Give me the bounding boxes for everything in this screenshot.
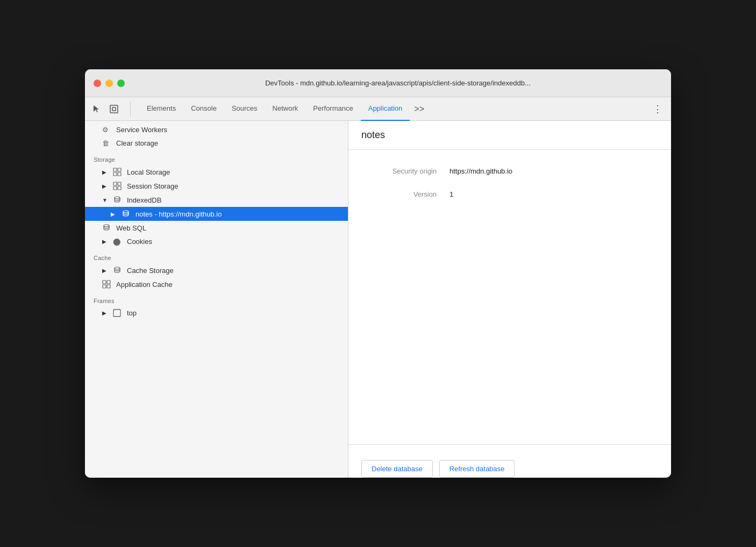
security-origin-row: Security origin https://mdn.github.io [361, 167, 658, 175]
sidebar-label-local-storage: Local Storage [127, 168, 170, 176]
frame-icon [113, 309, 123, 317]
trash-icon: 🗑 [102, 139, 112, 147]
db-icon-websql [102, 224, 112, 232]
chevron-right-icon: ▶ [102, 169, 109, 175]
svg-point-12 [104, 225, 109, 227]
cookie-icon: ⬤ [113, 237, 123, 246]
sidebar-label-top: top [127, 309, 137, 317]
grid-icon-appcache [102, 280, 112, 289]
tab-console[interactable]: Console [183, 97, 224, 121]
devtools-menu-button[interactable]: ⋮ [648, 101, 667, 117]
grid-icon-session [113, 182, 123, 190]
sidebar-label-service-workers: Service Workers [116, 126, 167, 134]
svg-rect-6 [113, 182, 117, 185]
sidebar-item-application-cache[interactable]: Application Cache [85, 277, 348, 291]
chevron-right-icon: ▶ [111, 211, 117, 217]
tab-elements[interactable]: Elements [139, 97, 183, 121]
security-origin-label: Security origin [361, 167, 437, 175]
sidebar-item-service-workers[interactable]: ⚙ Service Workers [85, 123, 348, 136]
svg-rect-5 [118, 172, 121, 176]
svg-rect-0 [110, 105, 118, 113]
db-icon-indexed [113, 196, 123, 204]
tabs: Elements Console Sources Network Perform… [139, 97, 646, 121]
svg-rect-14 [103, 280, 106, 284]
sidebar-item-session-storage[interactable]: ▶ Session Storage [85, 179, 348, 193]
svg-rect-2 [113, 168, 117, 171]
svg-rect-8 [113, 186, 117, 190]
close-button[interactable] [94, 80, 101, 87]
security-origin-value: https://mdn.github.io [450, 167, 512, 175]
svg-rect-16 [103, 285, 106, 288]
gear-icon: ⚙ [102, 126, 112, 134]
more-tabs-button[interactable]: >> [410, 102, 429, 116]
maximize-button[interactable] [117, 80, 125, 87]
sidebar-label-cookies: Cookies [127, 237, 152, 246]
window-title: DevTools - mdn.github.io/learning-area/j… [133, 79, 662, 87]
inspect-icon-button[interactable] [106, 102, 122, 117]
grid-icon-local [113, 168, 123, 176]
svg-rect-1 [112, 107, 116, 111]
chevron-right-icon: ▶ [102, 310, 109, 316]
db-icon-notes [122, 210, 131, 218]
main-content: ⚙ Service Workers 🗑 Clear storage Storag… [85, 121, 671, 478]
version-value: 1 [450, 190, 453, 198]
svg-rect-3 [118, 168, 121, 171]
sidebar-label-session-storage: Session Storage [127, 182, 178, 190]
sidebar-label-application-cache: Application Cache [116, 280, 173, 289]
svg-point-11 [123, 211, 129, 213]
svg-rect-4 [113, 172, 117, 176]
titlebar: DevTools - mdn.github.io/learning-area/j… [85, 69, 671, 97]
cache-section-header: Cache [85, 248, 348, 263]
toolbar: Elements Console Sources Network Perform… [85, 97, 671, 121]
sidebar-item-local-storage[interactable]: ▶ Local Storage [85, 165, 348, 179]
refresh-database-button[interactable]: Refresh database [439, 460, 515, 478]
version-row: Version 1 [361, 190, 658, 198]
svg-point-13 [115, 267, 120, 269]
sidebar-label-clear-storage: Clear storage [116, 139, 158, 147]
panel-title: notes [348, 121, 671, 150]
sidebar: ⚙ Service Workers 🗑 Clear storage Storag… [85, 121, 348, 478]
traffic-lights [94, 80, 125, 87]
panel-divider [348, 444, 671, 445]
sidebar-item-cache-storage[interactable]: ▶ Cache Storage [85, 263, 348, 277]
devtools-window: DevTools - mdn.github.io/learning-area/j… [85, 69, 671, 478]
tab-network[interactable]: Network [265, 97, 306, 121]
panel-actions: Delete database Refresh database [348, 460, 671, 478]
svg-rect-18 [113, 310, 120, 316]
version-label: Version [361, 190, 437, 198]
toolbar-icons [89, 102, 131, 117]
chevron-right-icon: ▶ [102, 183, 109, 189]
svg-rect-7 [118, 182, 121, 185]
frames-section-header: Frames [85, 291, 348, 306]
delete-database-button[interactable]: Delete database [361, 460, 433, 478]
chevron-right-icon: ▶ [102, 268, 109, 274]
db-icon-cache [113, 266, 123, 275]
storage-section-header: Storage [85, 150, 348, 165]
sidebar-label-websql: Web SQL [116, 224, 146, 232]
sidebar-item-indexeddb[interactable]: ▼ IndexedDB [85, 193, 348, 207]
panel-body: Security origin https://mdn.github.io Ve… [348, 150, 671, 440]
sidebar-item-clear-storage[interactable]: 🗑 Clear storage [85, 136, 348, 150]
sidebar-label-notes: notes - https://mdn.github.io [135, 210, 222, 218]
cursor-icon-button[interactable] [89, 102, 104, 117]
sidebar-item-top-frame[interactable]: ▶ top [85, 306, 348, 320]
svg-rect-15 [107, 280, 110, 284]
sidebar-label-indexeddb: IndexedDB [127, 196, 161, 204]
sidebar-item-cookies[interactable]: ▶ ⬤ Cookies [85, 235, 348, 248]
chevron-right-icon: ▶ [102, 239, 109, 244]
chevron-down-icon: ▼ [102, 197, 109, 203]
svg-rect-17 [107, 285, 110, 288]
right-panel: notes Security origin https://mdn.github… [348, 121, 671, 478]
tab-sources[interactable]: Sources [224, 97, 265, 121]
minimize-button[interactable] [105, 80, 113, 87]
tab-performance[interactable]: Performance [305, 97, 360, 121]
svg-rect-9 [118, 186, 121, 190]
tab-application[interactable]: Application [361, 97, 410, 121]
svg-point-10 [115, 197, 120, 199]
sidebar-item-websql[interactable]: Web SQL [85, 221, 348, 235]
sidebar-label-cache-storage: Cache Storage [127, 267, 174, 275]
sidebar-item-notes-db[interactable]: ▶ notes - https://mdn.github.io [85, 207, 348, 221]
